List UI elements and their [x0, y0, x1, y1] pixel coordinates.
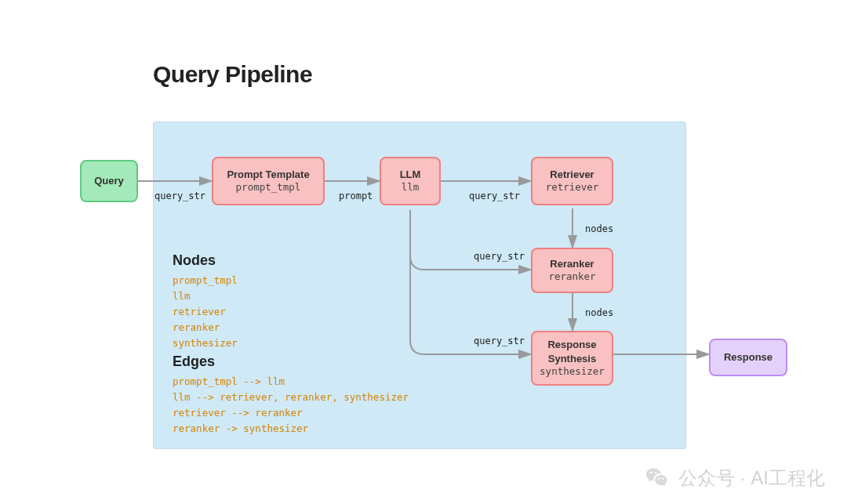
edge-label-prompt-to-llm: prompt	[339, 190, 373, 201]
diagram-title: Query Pipeline	[153, 61, 312, 88]
node-synthesizer-title: Response Synthesis	[533, 338, 612, 365]
nodes-list: prompt_tmpl llm retriever reranker synth…	[173, 273, 238, 351]
node-retriever-sub: retriever	[546, 181, 599, 194]
node-retriever: Retriever retriever	[531, 157, 613, 205]
edges-list: prompt_tmpl --> llm llm --> retriever, r…	[173, 374, 409, 437]
edge-label-query-to-prompt: query_str	[154, 190, 205, 201]
node-synthesizer-sub: synthesizer	[540, 365, 605, 379]
node-llm: LLM llm	[380, 157, 441, 205]
node-synthesizer: Response Synthesis synthesizer	[531, 331, 613, 386]
wechat-icon	[644, 465, 671, 491]
node-response: Response	[709, 339, 787, 376]
edge-label-llm-to-synth: query_str	[474, 335, 525, 346]
node-retriever-title: Retriever	[550, 168, 594, 182]
edge-label-llm-to-retriever: query_str	[469, 190, 520, 201]
node-prompt-template-sub: prompt_tmpl	[236, 181, 301, 194]
watermark: 公众号 · AI工程化	[644, 465, 825, 491]
node-llm-sub: llm	[402, 181, 420, 194]
edge-label-llm-to-reranker: query_str	[474, 251, 525, 262]
node-reranker-sub: reranker	[548, 270, 595, 284]
edge-label-retriever-to-reranker: nodes	[585, 223, 613, 234]
node-query-title: Query	[94, 174, 124, 188]
node-query: Query	[80, 160, 138, 202]
node-prompt-template-title: Prompt Template	[227, 168, 309, 182]
node-reranker: Reranker reranker	[531, 248, 613, 293]
edge-label-reranker-to-synth: nodes	[585, 307, 613, 318]
node-llm-title: LLM	[400, 168, 421, 182]
node-response-title: Response	[724, 350, 772, 364]
node-prompt-template: Prompt Template prompt_tmpl	[212, 157, 325, 205]
nodes-heading: Nodes	[173, 252, 216, 269]
watermark-text: 公众号 · AI工程化	[678, 466, 825, 491]
edges-heading: Edges	[173, 354, 215, 370]
node-reranker-title: Reranker	[550, 257, 594, 271]
